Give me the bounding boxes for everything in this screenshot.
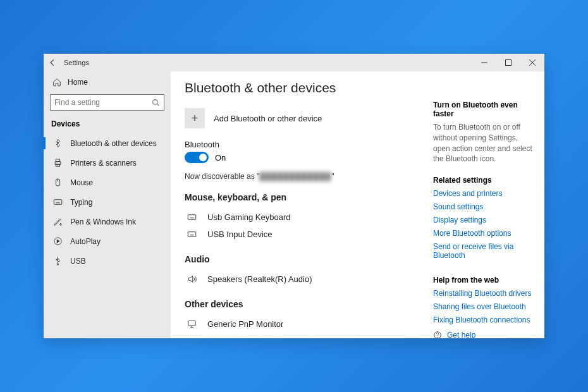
settings-window: Settings Home Devices Bluetooth & other … <box>44 54 544 338</box>
device-label: USB Input Device <box>207 230 273 239</box>
device-item[interactable]: Speakers (Realtek(R) Audio) <box>185 271 417 288</box>
promo-title: Turn on Bluetooth even faster <box>433 101 536 118</box>
back-button[interactable] <box>44 58 61 67</box>
nav-item-pen[interactable]: Pen & Windows Ink <box>44 212 171 231</box>
nav-item-keyboard[interactable]: Typing <box>44 192 171 212</box>
svg-rect-33 <box>188 321 195 326</box>
help-icon <box>433 331 442 338</box>
related-link[interactable]: Display settings <box>433 216 536 224</box>
svg-rect-27 <box>188 232 196 237</box>
related-link[interactable]: Sound settings <box>433 202 536 211</box>
related-link[interactable]: Send or receive files via Bluetooth <box>433 242 536 260</box>
nav-item-usb[interactable]: USB <box>44 251 171 271</box>
main-content: Bluetooth & other devices + Add Bluetoot… <box>171 71 431 338</box>
nav-list: Bluetooth & other devicesPrinters & scan… <box>44 133 171 271</box>
svg-point-20 <box>57 264 59 266</box>
related-link[interactable]: Devices and printers <box>433 189 536 198</box>
section-other: Other devices <box>185 299 417 309</box>
bluetooth-toggle[interactable] <box>185 152 209 163</box>
svg-rect-11 <box>54 200 62 205</box>
titlebar: Settings <box>44 54 544 71</box>
device-item[interactable]: USB Input Device <box>185 226 417 243</box>
add-device-label: Add Bluetooth or other device <box>214 114 322 123</box>
device-item[interactable]: Generic PnP Monitor <box>185 315 417 333</box>
printer-icon <box>52 158 63 168</box>
keyboard-icon <box>185 212 199 222</box>
keyboard-icon <box>52 197 63 207</box>
section-label: Devices <box>44 117 171 133</box>
help-link[interactable]: Reinstalling Bluetooth drivers <box>433 289 536 298</box>
get-help-link[interactable]: Get help <box>433 331 536 338</box>
svg-line-5 <box>157 104 159 106</box>
page-title: Bluetooth & other devices <box>185 80 417 95</box>
minimize-button[interactable] <box>472 54 496 71</box>
bluetooth-label: Bluetooth <box>185 140 417 149</box>
keyboard-icon <box>185 230 199 239</box>
close-button[interactable] <box>520 54 544 71</box>
promo-text: To turn Bluetooth on or off without open… <box>433 122 536 164</box>
nav-item-printer[interactable]: Printers & scanners <box>44 153 171 173</box>
nav-item-label: Bluetooth & other devices <box>70 139 157 148</box>
home-label: Home <box>68 78 88 87</box>
related-settings-title: Related settings <box>433 176 536 185</box>
add-device-button[interactable]: + Add Bluetooth or other device <box>185 108 417 128</box>
svg-rect-7 <box>56 159 59 162</box>
nav-item-label: AutoPlay <box>70 237 101 246</box>
bluetooth-state: On <box>215 153 226 162</box>
section-audio: Audio <box>185 254 417 264</box>
device-label: Usb Gaming Keyboard <box>207 212 291 222</box>
side-panel: Turn on Bluetooth even faster To turn Bl… <box>431 71 544 338</box>
svg-point-4 <box>153 99 158 104</box>
nav-item-label: USB <box>70 257 86 266</box>
usb-icon <box>52 256 63 266</box>
related-link[interactable]: More Bluetooth options <box>433 229 536 238</box>
svg-point-17 <box>59 224 61 226</box>
search-icon <box>152 99 160 107</box>
monitor-icon <box>185 319 199 329</box>
svg-rect-21 <box>188 215 196 220</box>
help-link[interactable]: Sharing files over Bluetooth <box>433 302 536 311</box>
maximize-button[interactable] <box>496 54 520 71</box>
window-title: Settings <box>61 59 89 66</box>
svg-rect-8 <box>56 164 59 166</box>
mouse-icon <box>52 178 63 187</box>
window-controls <box>472 54 544 71</box>
svg-point-37 <box>438 337 438 338</box>
autoplay-icon <box>52 236 63 246</box>
help-link[interactable]: Fixing Bluetooth connections <box>433 315 536 324</box>
pen-icon <box>52 217 63 226</box>
nav-item-label: Pen & Windows Ink <box>70 217 136 226</box>
plus-icon: + <box>185 108 205 128</box>
home-button[interactable]: Home <box>44 75 171 92</box>
section-mouse-kb-pen: Mouse, keyboard, & pen <box>185 192 417 202</box>
nav-item-autoplay[interactable]: AutoPlay <box>44 231 171 251</box>
nav-item-bluetooth[interactable]: Bluetooth & other devices <box>44 133 171 153</box>
discoverable-text: Now discoverable as "████████████" <box>185 172 417 181</box>
bluetooth-icon <box>52 138 63 148</box>
sidebar: Home Devices Bluetooth & other devicesPr… <box>44 71 171 338</box>
device-label: Speakers (Realtek(R) Audio) <box>207 274 312 284</box>
search-box[interactable] <box>50 94 164 111</box>
nav-item-label: Mouse <box>70 178 93 187</box>
search-input[interactable] <box>54 98 152 107</box>
help-from-web-title: Help from the web <box>433 276 536 285</box>
speaker-icon <box>185 274 199 284</box>
device-label: Generic PnP Monitor <box>207 319 283 329</box>
nav-item-label: Printers & scanners <box>70 159 137 168</box>
home-icon <box>52 78 61 87</box>
svg-rect-1 <box>506 60 511 66</box>
nav-item-label: Typing <box>70 198 92 207</box>
nav-item-mouse[interactable]: Mouse <box>44 173 171 192</box>
device-item[interactable]: Usb Gaming Keyboard <box>185 209 417 226</box>
